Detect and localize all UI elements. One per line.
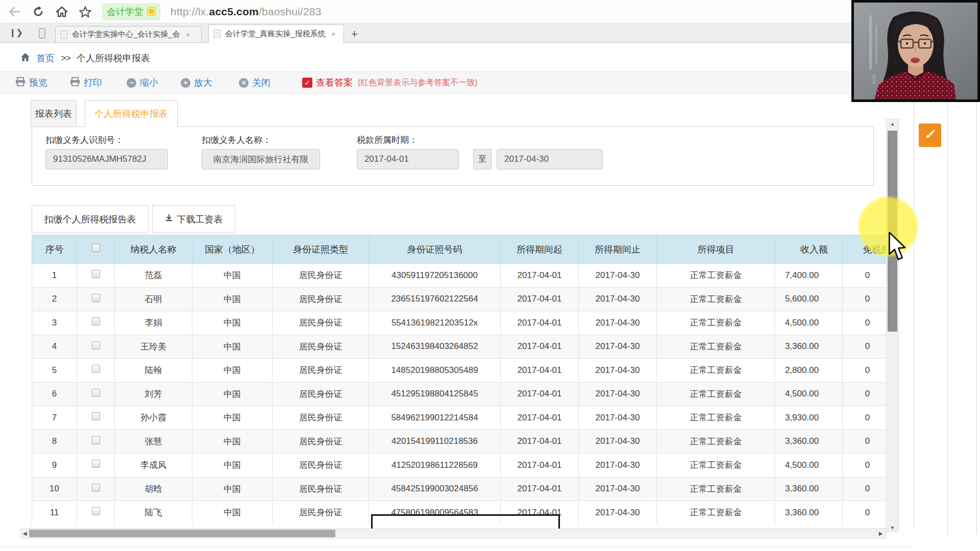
withholding-report-tab-button[interactable]: 扣缴个人所得税报告表 — [32, 205, 149, 233]
cell-tax-exempt: 0 — [843, 287, 887, 311]
close-button[interactable]: × 关闭 — [239, 77, 271, 89]
url-bar[interactable]: http://lx.acc5.com/baoshui/283 — [170, 6, 322, 18]
select-all-checkbox[interactable] — [92, 244, 100, 252]
cell-period-start: 2017-04-01 — [501, 264, 579, 288]
tab-close-icon[interactable]: × — [186, 30, 190, 39]
zoom-out-button[interactable]: − 缩小 — [127, 77, 158, 89]
cell-select — [77, 406, 115, 430]
table-row: 2 石明 中国 居民身份证 236515197602122564 2017-04… — [32, 287, 887, 311]
taxpayer-id-field[interactable] — [45, 149, 168, 169]
cell-name: 陆翰 — [115, 359, 192, 383]
preview-button[interactable]: 预览 — [15, 77, 47, 89]
sidebar-toggle-icon[interactable]: ❙❯ — [9, 28, 23, 37]
scroll-up-icon[interactable]: ▲ — [887, 119, 898, 128]
table-row: 9 李成风 中国 居民身份证 412520198611228569 2017-0… — [32, 454, 887, 478]
row-checkbox[interactable] — [92, 412, 100, 420]
table-row: 7 孙小霞 中国 居民身份证 584962199012214584 2017-0… — [32, 406, 887, 430]
period-to-label: 至 — [473, 149, 492, 169]
cell-period-end: 2017-04-30 — [579, 359, 657, 383]
browser-tab-2-title: 会计学堂_真账实操_报税系统 — [225, 29, 326, 39]
cell-income: 7,400.00 — [775, 264, 843, 288]
row-checkbox[interactable] — [92, 436, 100, 444]
printer-icon — [70, 77, 80, 89]
cell-income-item: 正常工资薪金 — [657, 335, 775, 359]
cell-id-no: 430591197205136000 — [369, 264, 501, 288]
browser-tab-strip: ❙❯ 会计学堂实操中心_会计实操_会 × 会计学堂_真账实操_报税系统 × + — [0, 23, 980, 43]
cell-income-item: 正常工资薪金 — [657, 501, 775, 525]
cell-period-end: 2017-04-30 — [579, 406, 657, 430]
table-horizontal-scrollbar[interactable]: ◀ ▶ — [20, 528, 886, 539]
row-checkbox[interactable] — [92, 484, 100, 492]
tab-report-list-label: 报表列表 — [35, 108, 72, 120]
cell-id-no: 152463198403264852 — [369, 335, 501, 359]
row-checkbox[interactable] — [92, 294, 100, 302]
cell-country: 中国 — [192, 287, 273, 311]
cell-country: 中国 — [192, 311, 273, 335]
zoom-out-label: 缩小 — [140, 77, 158, 89]
table-vertical-scrollbar[interactable]: ▲ ▼ — [886, 119, 899, 532]
table-header-row: 序号 纳税人名称 国家（地区） 身份证照类型 身份证照号码 所得期间起 所得期间… — [32, 235, 887, 264]
print-button[interactable]: 打印 — [70, 77, 102, 89]
col-no: 序号 — [32, 235, 77, 264]
cell-id-type: 居民身份证 — [273, 311, 369, 335]
scroll-down-icon[interactable]: ▼ — [887, 523, 898, 532]
cell-id-type: 居民身份证 — [273, 454, 369, 478]
browser-tab-1[interactable]: 会计学堂实操中心_会计实操_会 × — [55, 26, 202, 43]
taxpayer-table: 序号 纳税人名称 国家（地区） 身份证照类型 身份证照号码 所得期间起 所得期间… — [32, 235, 887, 524]
taxpayer-name-field[interactable] — [202, 149, 320, 169]
download-salary-button[interactable]: 下载工资表 — [152, 205, 235, 233]
cell-select — [77, 287, 115, 311]
outer-scroll-track-left — [947, 97, 948, 534]
tab-personal-income-tax[interactable]: 个人所得税申报表 — [85, 100, 178, 128]
browser-tab-2-active[interactable]: 会计学堂_真账实操_报税系统 × — [208, 24, 344, 43]
scroll-left-icon[interactable]: ◀ — [21, 529, 29, 538]
url-path: /baoshui/283 — [259, 6, 322, 17]
cell-id-no: 584962199012214584 — [369, 406, 501, 430]
breadcrumb-current: 个人所得税申报表 — [77, 52, 150, 64]
cell-country: 中国 — [192, 359, 273, 383]
cell-period-start: 2017-04-01 — [501, 477, 579, 501]
home-icon — [20, 53, 30, 64]
cell-no: 7 — [32, 406, 77, 430]
breadcrumb-home-link[interactable]: 首页 — [36, 52, 55, 64]
mouse-cursor — [888, 232, 908, 264]
brush-icon — [924, 128, 936, 142]
table-row: 10 胡晗 中国 居民身份证 458425199003024856 2017-0… — [32, 477, 887, 501]
tax-period-start-field[interactable] — [357, 149, 459, 169]
tab-close-icon[interactable]: × — [331, 30, 336, 38]
site-badge[interactable]: 会计学堂 — [102, 4, 160, 20]
cell-select — [77, 264, 115, 288]
webcam-overlay — [851, 0, 980, 102]
view-answers-button[interactable]: ✓ 查看答案 — [302, 77, 353, 89]
horizontal-scroll-thumb[interactable] — [29, 530, 335, 537]
cell-tax-exempt: 0 — [843, 382, 887, 406]
row-checkbox[interactable] — [92, 270, 100, 278]
cell-country: 中国 — [192, 501, 273, 525]
tab-report-list[interactable]: 报表列表 — [31, 100, 77, 127]
cell-income: 5,600.00 — [775, 287, 843, 311]
refresh-icon[interactable] — [32, 5, 45, 18]
row-checkbox[interactable] — [92, 507, 100, 515]
cell-period-start: 2017-04-01 — [501, 359, 579, 383]
cell-period-end: 2017-04-30 — [579, 264, 657, 288]
row-checkbox[interactable] — [92, 317, 100, 325]
row-checkbox[interactable] — [92, 389, 100, 397]
tax-period-end-field[interactable] — [497, 149, 603, 169]
col-country: 国家（地区） — [192, 235, 273, 264]
row-checkbox[interactable] — [92, 460, 100, 468]
col-select — [77, 235, 115, 264]
scroll-right-icon[interactable]: ▶ — [877, 529, 885, 538]
new-tab-button[interactable]: + — [351, 28, 358, 41]
row-checkbox[interactable] — [92, 365, 100, 373]
cell-select — [77, 501, 115, 525]
bookmark-star-icon[interactable] — [79, 5, 92, 18]
row-checkbox[interactable] — [92, 341, 100, 349]
annotate-brush-button[interactable] — [919, 123, 941, 147]
cell-name: 刘芳 — [115, 382, 192, 406]
mobile-view-icon[interactable] — [39, 28, 45, 39]
back-icon[interactable] — [8, 5, 21, 18]
home-icon[interactable] — [55, 5, 68, 18]
cell-tax-exempt: 0 — [843, 311, 887, 335]
zoom-in-button[interactable]: + 放大 — [181, 77, 212, 89]
table-row: 5 陆翰 中国 居民身份证 148520198805305489 2017-04… — [32, 359, 887, 383]
